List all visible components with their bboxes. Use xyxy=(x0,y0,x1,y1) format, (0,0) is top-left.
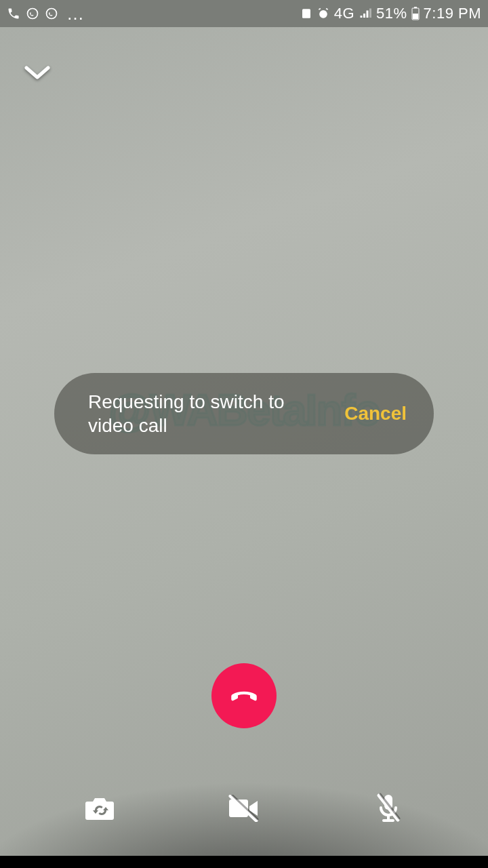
mute-button[interactable] xyxy=(361,788,415,829)
status-right: 4G 51% 7:19 PM xyxy=(300,5,481,22)
hangup-icon xyxy=(227,679,261,713)
svg-rect-6 xyxy=(413,14,418,19)
svg-point-0 xyxy=(28,9,38,19)
toast-message: Requesting to switch to video call xyxy=(88,390,312,437)
cancel-button[interactable]: Cancel xyxy=(344,403,407,425)
svg-rect-5 xyxy=(414,7,417,8)
minimize-button[interactable] xyxy=(20,56,54,90)
svg-point-1 xyxy=(47,9,57,19)
svg-rect-2 xyxy=(302,9,310,18)
svg-point-3 xyxy=(319,10,327,18)
switch-camera-button[interactable] xyxy=(73,788,127,829)
alarm-icon xyxy=(317,7,330,20)
battery-percent: 51% xyxy=(376,5,407,22)
clock-time: 7:19 PM xyxy=(424,5,481,22)
call-controls xyxy=(0,781,488,835)
switch-video-toast: Requesting to switch to video call Cance… xyxy=(54,373,434,454)
video-off-icon xyxy=(226,795,262,822)
chevron-down-icon xyxy=(24,64,51,81)
whatsapp-icon xyxy=(26,7,39,20)
status-left: … xyxy=(7,7,84,20)
video-off-button[interactable] xyxy=(217,788,271,829)
status-bar: … 4G 51% 7:19 PM xyxy=(0,0,488,27)
more-notifications-icon: … xyxy=(66,10,84,17)
signal-icon xyxy=(359,7,372,20)
phone-icon xyxy=(7,7,20,20)
mic-off-icon xyxy=(375,793,402,824)
data-saver-icon xyxy=(300,7,312,20)
network-type: 4G xyxy=(334,5,354,22)
whatsapp-icon xyxy=(45,7,58,20)
end-call-button[interactable] xyxy=(211,663,277,728)
battery-icon xyxy=(411,7,420,20)
android-navbar xyxy=(0,856,488,868)
switch-camera-icon xyxy=(83,795,116,822)
